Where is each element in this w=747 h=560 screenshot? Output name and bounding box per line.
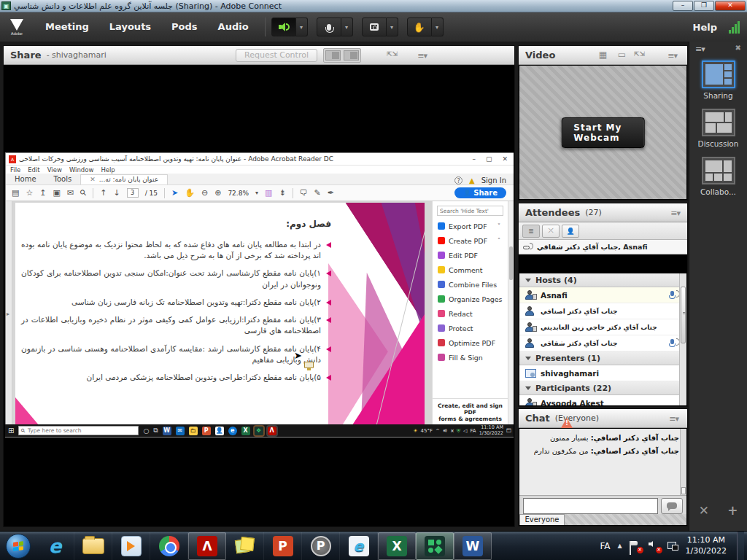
raise-hand-dropdown[interactable]: ▾ xyxy=(432,18,444,36)
show-desktop-button[interactable] xyxy=(737,532,744,560)
webcam-dropdown[interactable]: ▾ xyxy=(387,18,398,36)
sidebar-close-icon[interactable]: ✕ xyxy=(699,503,709,518)
save-icon[interactable]: ▤ xyxy=(12,188,19,198)
start-button[interactable] xyxy=(6,534,31,559)
taskbar-ie-icon[interactable]: e xyxy=(36,532,74,560)
share-fullscreen-icon[interactable]: ⇱⇲ xyxy=(387,50,398,58)
chat-pod-menu-icon[interactable]: ≡▾ xyxy=(669,414,678,424)
help-menu[interactable]: Help xyxy=(693,22,729,33)
chat-scrollbar-thumb[interactable] xyxy=(681,487,686,494)
pdf-maximize-button[interactable]: ▢ xyxy=(486,155,492,163)
find-icon[interactable]: ⚲ xyxy=(78,187,89,198)
menu-meeting[interactable]: Meeting xyxy=(35,12,99,42)
page-up-icon[interactable]: ↑ xyxy=(100,188,107,198)
select-tool-icon[interactable]: ➤ xyxy=(171,188,178,198)
edge-icon[interactable]: e xyxy=(228,427,237,435)
pdf-menu-file[interactable]: File xyxy=(10,166,20,174)
powerpoint10-icon[interactable]: P xyxy=(202,427,211,435)
tool-export-pdf[interactable]: Export PDF˅ xyxy=(433,219,508,233)
tray-expand-arrow[interactable]: ▲ xyxy=(617,542,622,549)
menu-pods[interactable]: Pods xyxy=(161,12,208,42)
menu-layouts[interactable]: Layouts xyxy=(99,12,161,42)
page-view-icon[interactable]: ▥ xyxy=(265,188,272,198)
taskbar-word-icon[interactable]: W xyxy=(454,532,492,560)
pdf-menu-edit[interactable]: Edit xyxy=(28,166,39,174)
sign-in-link[interactable]: Sign In xyxy=(481,176,506,184)
group-presenters[interactable]: Presenters (1) xyxy=(519,351,686,365)
tool-redact[interactable]: Redact xyxy=(433,306,508,321)
taskbar-acrobat-icon[interactable]: Λ xyxy=(188,532,226,560)
attendee-row[interactable]: جناب آقاي دكتر شقاقي xyxy=(519,335,686,351)
start-webcam-button[interactable]: Start My Webcam xyxy=(561,117,645,148)
request-control-button[interactable]: Request Control xyxy=(236,49,317,62)
language-indicator[interactable]: FA xyxy=(600,541,610,551)
email-icon[interactable]: ✉ xyxy=(67,188,74,198)
menu-audio[interactable]: Audio xyxy=(208,12,259,42)
zoom-out-icon[interactable]: ⊖ xyxy=(201,188,208,198)
print-icon[interactable]: ▣ xyxy=(53,188,61,198)
attendee-row[interactable]: Asnafi xyxy=(519,287,686,303)
volume-muted-icon[interactable]: ✕ xyxy=(649,541,660,551)
word10-icon[interactable]: W xyxy=(163,427,171,435)
tab-tools[interactable]: Tools xyxy=(45,174,81,184)
attendee-list-view-button[interactable]: ≣ xyxy=(522,225,540,238)
share-view-toggle[interactable] xyxy=(323,48,361,63)
explorer10-icon[interactable]: 🗀 xyxy=(189,427,198,435)
pdf-scrollbar-thumb[interactable] xyxy=(509,246,513,280)
chat-send-button[interactable] xyxy=(661,498,683,514)
video-pod-menu-icon[interactable]: ≡▾ xyxy=(667,51,677,61)
group-hosts[interactable]: Hosts (4) xyxy=(519,273,686,287)
connection-signal-icon[interactable] xyxy=(729,20,740,34)
layout-collaboration[interactable] xyxy=(702,157,735,184)
taskbar-mediaplayer-icon[interactable] xyxy=(112,532,150,560)
sidebar-pin-icon[interactable]: ✖ xyxy=(735,44,741,52)
excel10-icon[interactable]: X xyxy=(241,427,250,435)
attendees-scrollbar[interactable] xyxy=(679,273,686,405)
pdf-menu-help[interactable]: Help xyxy=(101,166,115,174)
tool-optimize-pdf[interactable]: Optimize PDF xyxy=(433,335,508,350)
pdf-close-button[interactable]: ✕ xyxy=(502,155,508,163)
tool-combine-files[interactable]: Combine Files xyxy=(433,277,508,292)
chat-input[interactable] xyxy=(523,498,658,514)
tray-volume-icon[interactable]: ◁ xyxy=(463,428,467,434)
win10-search-box[interactable]: ⚲Type here to search xyxy=(18,426,139,435)
action-center-flag-icon[interactable]: ✕ xyxy=(630,541,641,551)
taskbar-excel-icon[interactable]: X xyxy=(378,532,416,560)
tab-close-icon[interactable]: ✕ xyxy=(90,176,96,183)
microphone-button[interactable] xyxy=(317,18,341,36)
tool-organize-pages[interactable]: Organize Pages xyxy=(433,292,508,306)
pdf-scrollbar[interactable] xyxy=(508,201,514,437)
layout-discussion[interactable] xyxy=(702,109,735,136)
pencil-icon[interactable]: ✎ xyxy=(314,188,321,198)
tab-home[interactable]: Home xyxy=(6,174,45,184)
acrobat10-icon[interactable]: Λ xyxy=(268,427,276,435)
tool-edit-pdf[interactable]: Edit PDF xyxy=(433,248,508,262)
system-clock[interactable]: 11:10 AM1/30/2022 xyxy=(686,535,729,557)
tray-lang[interactable]: FA xyxy=(470,428,476,434)
hand-tool-icon[interactable]: ✋ xyxy=(185,188,195,198)
webcam-button[interactable] xyxy=(362,18,387,36)
sidebar-add-layout-icon[interactable]: + xyxy=(727,503,738,518)
tool-comment[interactable]: Comment xyxy=(433,262,508,277)
win10-clock[interactable]: 11:10 AM1/30/2022 xyxy=(479,425,503,436)
share-pod-menu-icon[interactable]: ≡▾ xyxy=(417,51,427,61)
group-participants[interactable]: Participants (22) xyxy=(519,381,686,395)
pdf-share-button[interactable]: 👤Share xyxy=(454,187,506,198)
taskbar-powerpoint-icon[interactable]: P xyxy=(264,532,302,560)
mail-icon[interactable]: ✉ xyxy=(176,427,185,435)
taskbar-adobe-connect-icon[interactable] xyxy=(416,532,454,560)
tray-vpn-icon[interactable]: ⛨ xyxy=(457,428,460,434)
cloud-upload-icon[interactable]: ↥ xyxy=(39,188,46,198)
chat-scrollbar[interactable] xyxy=(680,429,686,495)
attendee-row[interactable]: جناب آقاي دكتر اصنافي xyxy=(519,303,686,319)
pdf-menu-view[interactable]: View xyxy=(47,166,62,174)
taskbar-stickynotes-icon[interactable] xyxy=(226,532,264,560)
microphone-dropdown[interactable]: ▾ xyxy=(341,18,353,36)
maximize-button[interactable]: ❐ xyxy=(694,1,714,11)
adobe-connect10-icon[interactable]: ❖ xyxy=(255,427,263,435)
zoom-in-icon[interactable]: ⊕ xyxy=(214,188,221,198)
tool-fill-sign[interactable]: Fill & Sign xyxy=(433,350,508,365)
sidebar-menu-icon[interactable]: ≡▾ xyxy=(695,44,705,54)
task-view-icon[interactable]: ⧉ xyxy=(153,427,158,435)
cortana-icon[interactable]: ○ xyxy=(143,427,149,435)
